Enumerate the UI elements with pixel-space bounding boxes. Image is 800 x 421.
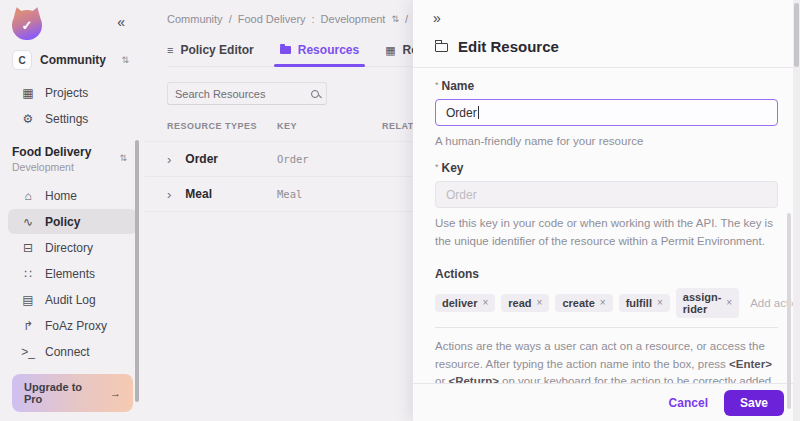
- sidebar-item-label: Projects: [45, 86, 88, 100]
- breadcrumb-separator: /: [405, 13, 408, 25]
- required-asterisk: *: [435, 162, 439, 172]
- workspace-selector[interactable]: C Community ⇅: [0, 46, 145, 74]
- remove-tag-icon[interactable]: [537, 298, 543, 308]
- tab-policy-editor[interactable]: ≡ Policy Editor: [167, 43, 254, 66]
- enter-key-label: <Enter>: [729, 358, 772, 370]
- resource-key: Meal: [277, 188, 382, 200]
- breadcrumb-workspace[interactable]: Community: [167, 13, 223, 25]
- actions-label: Actions: [435, 267, 778, 281]
- permit-logo-icon: ✓: [10, 8, 44, 40]
- sidebar-item-icon: ⚙: [20, 112, 36, 126]
- sidebar-item-icon: ⊟: [20, 241, 36, 255]
- tab-resources[interactable]: Resources: [280, 43, 359, 66]
- panel-footer: Cancel Save: [413, 383, 800, 421]
- action-tag: read: [501, 294, 549, 312]
- remove-tag-icon[interactable]: [600, 298, 606, 308]
- name-field-label: Name: [442, 79, 475, 93]
- tab-icon: ≡: [167, 44, 173, 56]
- key-field-helper: Use this key in your code or when workin…: [435, 215, 778, 250]
- chevron-updown-icon: ⇅: [119, 153, 127, 163]
- updates-improvements-button[interactable]: Updates & Improvements ›: [0, 412, 145, 421]
- window-scrollbar-thumb[interactable]: [794, 3, 799, 67]
- breadcrumb-colon: :: [312, 13, 315, 25]
- sidebar-top-items: ▦ Projects ⚙ Settings: [0, 80, 145, 131]
- action-tag-label: assign-rider: [683, 291, 722, 315]
- key-field: Order: [435, 181, 778, 208]
- expand-chevron-icon[interactable]: [167, 153, 171, 166]
- sidebar-item-label: Settings: [45, 112, 88, 126]
- divider: [413, 67, 800, 68]
- sidebar-item-audit-log[interactable]: ▤ Audit Log: [8, 287, 137, 312]
- sidebar-collapse-icon[interactable]: «: [117, 14, 125, 30]
- expand-chevron-icon[interactable]: [167, 188, 171, 201]
- action-tags: deliver read create fulfill: [435, 288, 739, 318]
- column-header-resource-types: RESOURCE TYPES: [167, 121, 277, 131]
- action-tag-label: create: [562, 297, 594, 309]
- action-tag-label: read: [508, 297, 531, 309]
- sidebar-item-projects[interactable]: ▦ Projects: [8, 80, 137, 105]
- sidebar-nav: ⌂ Home ∿ Policy ⊟ Directory ∷ Elements ▤…: [0, 183, 145, 364]
- name-field-helper: A human-friendly name for your resource: [435, 133, 778, 150]
- sidebar-item-label: Directory: [45, 241, 93, 255]
- remove-tag-icon[interactable]: [482, 298, 488, 308]
- tab-label: Policy Editor: [180, 43, 253, 57]
- sidebar-scrollbar[interactable]: [135, 140, 139, 402]
- sidebar-item-directory[interactable]: ⊟ Directory: [8, 235, 137, 260]
- workspace-avatar: C: [12, 50, 32, 70]
- search-icon[interactable]: [311, 90, 319, 98]
- name-field-value: Order: [446, 106, 477, 120]
- remove-tag-icon[interactable]: [726, 298, 732, 308]
- search-resources-box: [167, 82, 327, 105]
- action-tag: create: [555, 294, 612, 312]
- remove-tag-icon[interactable]: [657, 298, 663, 308]
- sidebar-item-policy[interactable]: ∿ Policy: [8, 209, 137, 234]
- sidebar-item-icon: ↱: [20, 319, 36, 333]
- sidebar-item-foaz-proxy[interactable]: ↱ FoAz Proxy: [8, 313, 137, 338]
- chevron-updown-icon: ⇅: [391, 14, 399, 24]
- project-selector[interactable]: Food Delivery Development ⇅: [0, 145, 145, 173]
- sidebar-item-connect[interactable]: >_ Connect: [8, 339, 137, 364]
- sidebar-item-icon: ∿: [20, 215, 36, 229]
- cancel-button[interactable]: Cancel: [669, 396, 708, 410]
- search-input[interactable]: [175, 88, 293, 100]
- panel-collapse-icon[interactable]: »: [433, 10, 441, 26]
- name-field[interactable]: Order: [435, 99, 778, 126]
- breadcrumb-environment[interactable]: Development: [321, 13, 386, 25]
- sidebar-item-label: Home: [45, 189, 77, 203]
- window-scrollbar[interactable]: [793, 0, 800, 421]
- arrow-right-icon: →: [110, 387, 121, 399]
- key-field-value: Order: [446, 188, 477, 202]
- sidebar-item-label: FoAz Proxy: [45, 319, 107, 333]
- breadcrumb-separator: /: [229, 13, 232, 25]
- action-tag: fulfill: [619, 294, 670, 312]
- sidebar-item-elements[interactable]: ∷ Elements: [8, 261, 137, 286]
- sidebar-item-icon: ▦: [20, 86, 36, 100]
- project-environment: Development: [12, 161, 129, 173]
- sidebar: ✓ « C Community ⇅ ▦ Projects ⚙ Settings …: [0, 0, 145, 421]
- tab-icon: [280, 46, 291, 54]
- upgrade-to-pro-button[interactable]: Upgrade to Pro →: [12, 374, 133, 412]
- tab-label: Resources: [298, 43, 359, 57]
- sidebar-item-settings[interactable]: ⚙ Settings: [8, 106, 137, 131]
- sidebar-item-home[interactable]: ⌂ Home: [8, 183, 137, 208]
- sidebar-item-icon: ∷: [20, 267, 36, 281]
- actions-helper-text: Actions are the ways a user can act on a…: [435, 340, 765, 370]
- action-tag: assign-rider: [676, 288, 739, 318]
- resource-key: Order: [277, 153, 382, 165]
- actions-tag-input[interactable]: deliver read create fulfill: [435, 288, 778, 328]
- sidebar-item-label: Elements: [45, 267, 95, 281]
- panel-scrollbar[interactable]: [787, 213, 791, 409]
- save-button[interactable]: Save: [724, 390, 784, 416]
- column-header-key: KEY: [277, 121, 382, 131]
- sidebar-item-icon: ▤: [20, 293, 36, 307]
- sidebar-item-label: Audit Log: [45, 293, 96, 307]
- action-tag-label: deliver: [442, 297, 477, 309]
- upgrade-label: Upgrade to Pro: [24, 381, 100, 405]
- action-tag-label: fulfill: [626, 297, 652, 309]
- action-tag: deliver: [435, 294, 495, 312]
- resource-name: Order: [185, 152, 218, 166]
- sidebar-item-icon: ⌂: [20, 189, 36, 203]
- sidebar-item-icon: >_: [20, 345, 36, 359]
- panel-title: Edit Resource: [458, 38, 559, 55]
- breadcrumb-project[interactable]: Food Delivery: [238, 13, 306, 25]
